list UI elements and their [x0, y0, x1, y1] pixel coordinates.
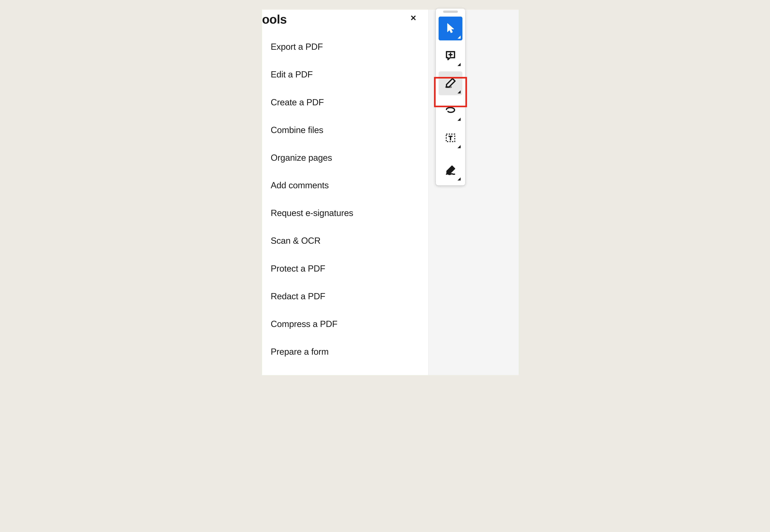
close-button[interactable]	[409, 14, 418, 22]
tool-request-esignatures[interactable]: Request e-signatures	[271, 199, 424, 227]
all-tools-panel: ools Export a PDF Edit a PDF Create a PD…	[262, 10, 429, 375]
submenu-indicator-icon	[458, 118, 461, 121]
text-box-icon	[445, 132, 457, 144]
submenu-indicator-icon	[458, 63, 461, 66]
cursor-arrow-icon	[445, 22, 457, 35]
draw-freeform-tool-button[interactable]	[439, 99, 463, 123]
tool-redact-pdf[interactable]: Redact a PDF	[271, 282, 424, 310]
tool-compress-pdf[interactable]: Compress a PDF	[271, 310, 424, 338]
submenu-indicator-icon	[458, 177, 461, 180]
tools-list: Export a PDF Edit a PDF Create a PDF Com…	[271, 42, 424, 366]
add-text-box-tool-button[interactable]	[439, 126, 463, 150]
tool-edit-pdf[interactable]: Edit a PDF	[271, 61, 424, 89]
fill-sign-tool-button[interactable]	[439, 158, 463, 182]
tool-export-pdf[interactable]: Export a PDF	[271, 42, 424, 61]
quick-tools-toolbar	[436, 9, 465, 185]
tool-combine-files[interactable]: Combine files	[271, 116, 424, 144]
tool-organize-pages[interactable]: Organize pages	[271, 144, 424, 172]
toolbar-drag-handle[interactable]	[443, 11, 458, 13]
comment-plus-icon	[445, 50, 457, 62]
submenu-indicator-icon	[458, 36, 461, 39]
highlight-tool-button[interactable]	[439, 71, 463, 95]
tool-create-pdf[interactable]: Create a PDF	[271, 89, 424, 116]
submenu-indicator-icon	[458, 90, 461, 93]
select-tool-button[interactable]	[439, 17, 463, 40]
tool-protect-pdf[interactable]: Protect a PDF	[271, 255, 424, 282]
add-comment-tool-button[interactable]	[439, 44, 463, 68]
submenu-indicator-icon	[458, 145, 461, 148]
lasso-draw-icon	[445, 105, 457, 117]
tool-prepare-form[interactable]: Prepare a form	[271, 338, 424, 366]
highlighter-pencil-icon	[445, 77, 457, 90]
tool-scan-ocr[interactable]: Scan & OCR	[271, 227, 424, 255]
screenshot-crop: ools Export a PDF Edit a PDF Create a PD…	[262, 10, 519, 375]
tools-panel-header: ools	[262, 10, 428, 26]
signature-pen-icon	[445, 164, 457, 177]
close-icon	[410, 15, 417, 21]
tool-add-comments[interactable]: Add comments	[271, 172, 424, 199]
tools-panel-title: ools	[262, 12, 287, 26]
